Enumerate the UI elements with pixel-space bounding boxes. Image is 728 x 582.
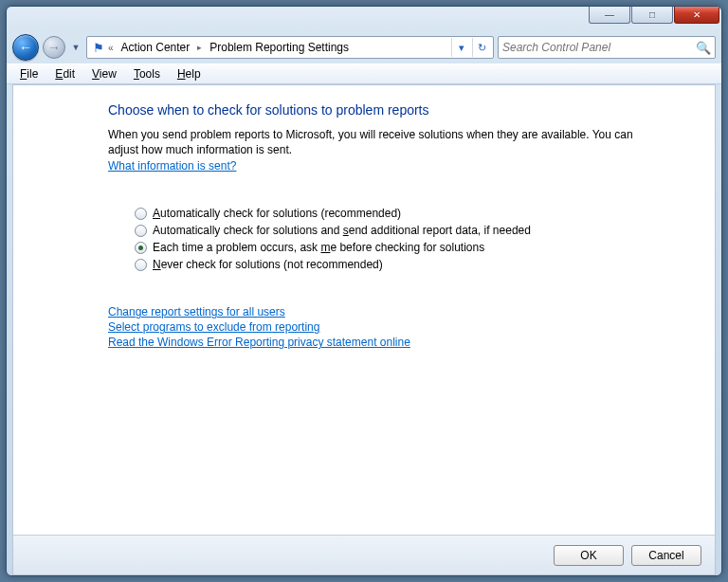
radio-icon[interactable] (135, 259, 147, 271)
radio-label: Automatically check for solutions and se… (153, 224, 531, 237)
page-heading: Choose when to check for solutions to pr… (108, 102, 681, 118)
radio-auto-send-data[interactable]: Automatically check for solutions and se… (135, 224, 681, 237)
privacy-statement-link[interactable]: Read the Windows Error Reporting privacy… (108, 336, 681, 349)
page-description: When you send problem reports to Microso… (108, 127, 639, 157)
breadcrumb-action-center[interactable]: Action Center (118, 41, 194, 54)
menu-edit[interactable]: Edit (47, 65, 82, 82)
back-button[interactable]: ← (12, 34, 39, 61)
radio-label: Never check for solutions (not recommend… (153, 258, 383, 271)
search-icon[interactable]: 🔍 (696, 41, 711, 55)
radio-ask-each-time[interactable]: Each time a problem occurs, ask me befor… (135, 241, 681, 254)
address-dropdown-button[interactable]: ▾ (451, 38, 470, 57)
breadcrumb-overflow-icon[interactable]: « (108, 43, 116, 53)
forward-button[interactable]: → (43, 36, 65, 59)
change-all-users-link[interactable]: Change report settings for all users (108, 305, 681, 318)
refresh-button[interactable]: ↻ (472, 38, 491, 57)
cancel-button[interactable]: Cancel (631, 545, 701, 566)
menu-bar: File Edit View Tools Help (7, 64, 721, 84)
links-block: Change report settings for all users Sel… (108, 305, 681, 349)
breadcrumb-problem-reporting[interactable]: Problem Reporting Settings (206, 41, 353, 54)
ok-button[interactable]: OK (554, 545, 624, 566)
exclude-programs-link[interactable]: Select programs to exclude from reportin… (108, 320, 681, 334)
titlebar: — □ ✕ (7, 7, 721, 31)
menu-help[interactable]: Help (170, 65, 209, 82)
menu-view[interactable]: View (84, 65, 124, 82)
radio-icon[interactable] (135, 242, 147, 254)
radio-label: Each time a problem occurs, ask me befor… (153, 241, 484, 254)
radio-never-check[interactable]: Never check for solutions (not recommend… (135, 258, 681, 271)
flag-icon: ⚑ (91, 40, 106, 55)
content-area: Choose when to check for solutions to pr… (13, 85, 715, 535)
nav-row: ← → ▼ ⚑ « Action Center ▸ Problem Report… (7, 31, 721, 64)
what-info-link[interactable]: What information is sent? (108, 159, 236, 173)
search-input[interactable] (502, 41, 696, 54)
menu-tools[interactable]: Tools (126, 65, 168, 82)
chevron-right-icon[interactable]: ▸ (195, 43, 204, 52)
radio-group: Automatically check for solutions (recom… (135, 207, 681, 271)
radio-label: Automatically check for solutions (recom… (153, 207, 401, 220)
menu-file[interactable]: File (12, 65, 46, 82)
maximize-button[interactable]: □ (631, 7, 673, 24)
button-bar: OK Cancel (13, 535, 715, 574)
nav-history-dropdown[interactable]: ▼ (69, 38, 82, 57)
close-button[interactable]: ✕ (674, 7, 719, 24)
address-bar[interactable]: ⚑ « Action Center ▸ Problem Reporting Se… (86, 36, 494, 59)
content-wrap: Choose when to check for solutions to pr… (12, 84, 716, 575)
window: — □ ✕ ← → ▼ ⚑ « Action Center ▸ Problem … (6, 6, 722, 576)
minimize-button[interactable]: — (589, 7, 630, 24)
radio-icon[interactable] (135, 225, 147, 237)
radio-auto-check[interactable]: Automatically check for solutions (recom… (135, 207, 681, 220)
search-box[interactable]: 🔍 (498, 36, 716, 59)
radio-icon[interactable] (135, 208, 147, 220)
